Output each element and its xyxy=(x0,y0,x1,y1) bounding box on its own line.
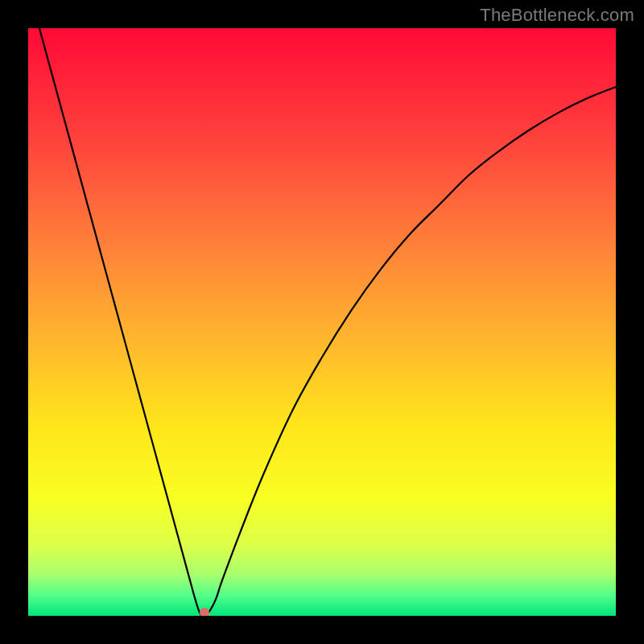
attribution-text: TheBottleneck.com xyxy=(480,5,634,26)
bottleneck-curve xyxy=(28,28,616,616)
optimum-marker xyxy=(200,608,209,616)
chart-frame: TheBottleneck.com xyxy=(0,0,644,644)
plot-area xyxy=(28,28,616,616)
